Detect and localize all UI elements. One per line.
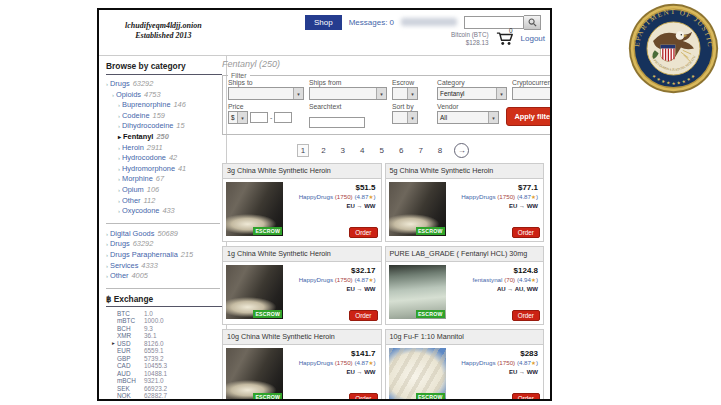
vendor-line[interactable]: HappyDrugs (1750) (4.87★) xyxy=(283,192,376,202)
cryptocurrency-select[interactable]: ▾ xyxy=(512,87,552,100)
category-label: Hydrocodone xyxy=(122,153,166,162)
page-2[interactable]: 2 xyxy=(318,145,328,156)
sidebar-item-heroin[interactable]: ›Heroin2911 xyxy=(106,143,222,154)
page-5[interactable]: 5 xyxy=(377,145,387,156)
currency-code: AUD xyxy=(117,370,144,378)
sidebar-item-other[interactable]: ›Other112 xyxy=(106,196,222,207)
frame-body: Browse by category ›Drugs63292›Opioids47… xyxy=(99,55,550,399)
vendor-name: HappyDrugs xyxy=(461,359,497,366)
currency-value: 66923.2 xyxy=(144,385,167,393)
escrow-select[interactable]: ▾ xyxy=(392,87,418,100)
chevron-icon: › xyxy=(118,187,120,193)
cart-button[interactable]: 0 xyxy=(496,31,514,46)
page-8[interactable]: 8 xyxy=(435,145,445,156)
category-count: 215 xyxy=(181,250,193,259)
sidebar-item-hydromorphone[interactable]: ›Hydromorphone41 xyxy=(106,164,222,175)
sidebar-item-other[interactable]: ›Other4005 xyxy=(106,271,222,282)
order-button[interactable]: Order xyxy=(349,227,377,238)
sidebar-item-dihydrocodeine[interactable]: ›Dihydrocodeine15 xyxy=(106,121,222,132)
category-select[interactable]: Fentanyl▾ xyxy=(437,87,507,100)
sidebar-item-drugs-paraphernalia[interactable]: ›Drugs Paraphernalia215 xyxy=(106,250,222,261)
exchange-rate-mbtc: mBTC1000.0 xyxy=(106,317,222,325)
product-photo-blue-powder: ESCROW xyxy=(389,348,446,401)
escrow-badge: ESCROW xyxy=(416,227,445,235)
vendor-line[interactable]: fentastynal (70) (4.94★) xyxy=(446,275,539,285)
apply-filter-button[interactable]: Apply filter xyxy=(506,107,552,126)
sidebar-item-opium[interactable]: ›Opium106 xyxy=(106,185,222,196)
product-title: 10g China White Synthetic Heroin xyxy=(223,330,381,345)
sidebar-item-opioids[interactable]: ›Opioids4753 xyxy=(106,90,222,101)
search-input[interactable] xyxy=(464,16,524,29)
category-label: Oxycodone xyxy=(122,206,159,215)
sidebar-item-digital-goods[interactable]: ›Digital Goods50689 xyxy=(106,229,222,240)
sidebar-item-morphine[interactable]: ›Morphine67 xyxy=(106,174,222,185)
order-button[interactable]: Order xyxy=(349,393,377,401)
sidebar-item-oxycodone[interactable]: ›Oxycodone433 xyxy=(106,206,222,217)
logout-link[interactable]: Logout xyxy=(521,34,545,43)
exchange-rate-xmr: XMR36.1 xyxy=(106,332,222,340)
sidebar-item-drugs[interactable]: ›Drugs63292 xyxy=(106,239,222,250)
chevron-down-icon: ▾ xyxy=(407,112,417,123)
currency-value: 9.3 xyxy=(144,325,153,333)
price-max-input[interactable] xyxy=(274,112,292,123)
page-3[interactable]: 3 xyxy=(338,145,348,156)
vendor-rating: (4.87★) xyxy=(354,359,375,366)
currency-code: SEK xyxy=(117,385,144,393)
ships-from-select[interactable]: ▾ xyxy=(309,87,387,100)
filter-panel: Filter Ships to ▾ Ships from ▾ Escrow ▾ xyxy=(222,72,552,135)
vendor-select[interactable]: All▾ xyxy=(437,111,499,124)
chevron-down-icon: ▾ xyxy=(293,88,303,99)
sidebar-item-codeine[interactable]: ›Codeine159 xyxy=(106,111,222,122)
sidebar-item-hydrocodone[interactable]: ›Hydrocodone42 xyxy=(106,153,222,164)
vendor-sales-count: (1750) xyxy=(335,359,355,366)
sidebar-item-buprenorphine[interactable]: ›Buprenorphine146 xyxy=(106,100,222,111)
category-count: 15 xyxy=(176,121,184,130)
sidebar-item-services[interactable]: ›Services4333 xyxy=(106,261,222,272)
page-6[interactable]: 6 xyxy=(396,145,406,156)
product-photo-dark-powder: ESCROW xyxy=(389,182,446,236)
order-button[interactable]: Order xyxy=(512,393,540,401)
currency-value: 5739.2 xyxy=(144,355,164,363)
order-button[interactable]: Order xyxy=(512,227,540,238)
vendor-line[interactable]: HappyDrugs (1750) (4.87★) xyxy=(283,358,376,368)
vendor-line[interactable]: HappyDrugs (1750) (4.87★) xyxy=(283,275,376,285)
ships-to-select[interactable]: ▾ xyxy=(228,87,304,100)
currency-select[interactable]: $▾ xyxy=(228,111,248,124)
order-button[interactable]: Order xyxy=(512,310,540,321)
product-card: 1g China White Synthetic HeroinESCROW$32… xyxy=(222,246,382,325)
messages-link[interactable]: Messages: 0 xyxy=(349,18,394,27)
chevron-icon: › xyxy=(118,198,120,204)
category-label: Hydromorphone xyxy=(122,164,175,173)
category-label: Drugs xyxy=(110,239,130,248)
page-1[interactable]: 1 xyxy=(297,144,309,157)
product-body: ESCROW$51.5HappyDrugs (1750) (4.87★)EU →… xyxy=(223,179,381,241)
category-count: 67 xyxy=(156,174,164,183)
price-min-input[interactable] xyxy=(250,112,268,123)
search-button[interactable] xyxy=(524,15,541,30)
order-button[interactable]: Order xyxy=(349,310,377,321)
category-label: Dihydrocodeine xyxy=(122,121,173,130)
price-label: Price xyxy=(228,103,304,110)
next-page-button[interactable]: → xyxy=(454,143,469,158)
page-4[interactable]: 4 xyxy=(357,145,367,156)
page-7[interactable]: 7 xyxy=(415,145,425,156)
category-label: Digital Goods xyxy=(110,229,154,238)
shop-button[interactable]: Shop xyxy=(305,15,342,30)
chevron-icon: › xyxy=(106,252,108,258)
sidebar-item-drugs[interactable]: ›Drugs63292 xyxy=(106,79,222,90)
vendor-line[interactable]: HappyDrugs (1750) (4.87★) xyxy=(446,358,539,368)
searchtext-input[interactable] xyxy=(309,117,365,128)
department-of-justice-seal: DEPARTMENT OF JUSTICE ★ ★ ★ ★ ★ ★ ★ ★ ★ … xyxy=(627,2,720,95)
vendor-line[interactable]: HappyDrugs (1750) (4.87★) xyxy=(446,192,539,202)
shipping-route: AU → AU, WW xyxy=(446,285,539,294)
product-card: PURE LAB_GRADE ( Fentanyl HCL) 30mgESCRO… xyxy=(385,246,545,325)
sort-by-select[interactable]: ▾ xyxy=(392,111,418,124)
vendor-rating: (4.87★) xyxy=(354,193,375,200)
category-label: Fentanyl xyxy=(123,132,153,141)
chevron-down-icon: ▾ xyxy=(488,112,498,123)
product-price: $141.7 xyxy=(283,349,376,358)
sidebar-item-fentanyl[interactable]: ▸Fentanyl250 xyxy=(106,132,222,143)
currency-code: mBTC xyxy=(117,317,144,325)
bitcoin-rate: Bitcoin (BTC) $128.13 xyxy=(451,31,488,46)
shipping-route: EU → WW xyxy=(283,285,376,294)
